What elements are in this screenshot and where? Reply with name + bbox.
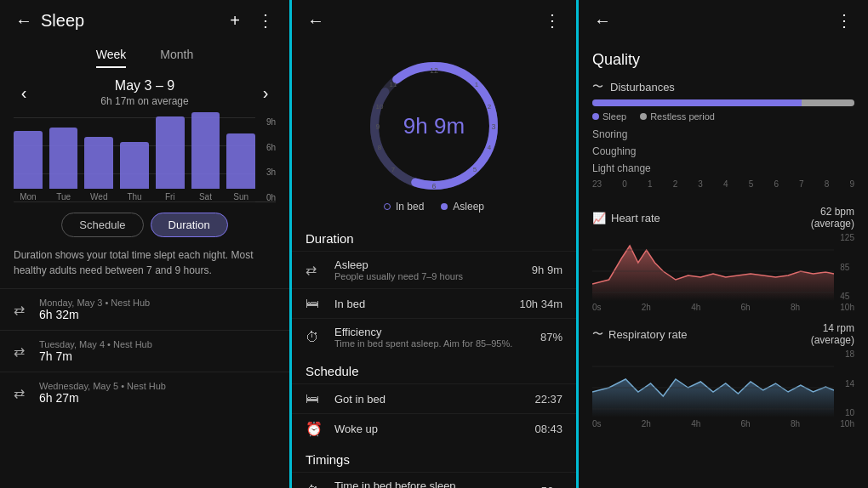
bar-item-sat: Sat — [191, 112, 220, 201]
legend-restless: Restless period — [640, 111, 715, 122]
clock-value: 9h 9m — [403, 113, 465, 139]
back-button-p2[interactable]: ← — [306, 10, 326, 31]
detail-row-sub: Time in bed spent asleep. Aim for 85–95%… — [334, 338, 540, 349]
timings-rows: ⏱ Time in bed before sleep Fell asleep a… — [292, 472, 576, 488]
schedule-rows-row-1: ⏰ Woke up 08:43 — [292, 413, 576, 444]
bar-chart-area: MonTueWedThuFriSatSun 9h 6h 3h 0h — [0, 107, 289, 202]
panel-sleep-week: ← Sleep + ⋮ Week Month ‹ May 3 – 9 6h 17… — [0, 0, 289, 488]
respiratory-section: 〜 Respiratory rate 14 rpm (average) — [579, 319, 868, 432]
detail-row-value: 22:37 — [534, 393, 562, 406]
bar-label-thu: Thu — [127, 192, 141, 201]
resp-icon: 〜 — [592, 326, 603, 342]
svg-text:1: 1 — [475, 81, 479, 88]
svg-text:9: 9 — [375, 122, 380, 131]
duration-button[interactable]: Duration — [151, 213, 228, 237]
disturbances-legend: Sleep Restless period — [592, 111, 854, 122]
bar-label-sun: Sun — [233, 192, 248, 201]
svg-text:5: 5 — [473, 166, 477, 173]
panel3-header: ← ⋮ — [579, 0, 868, 41]
detail-row-value: 10h 34m — [519, 298, 562, 310]
detail-row-value: 08:43 — [534, 423, 562, 435]
back-button-p3[interactable]: ← — [592, 10, 613, 31]
bar-label-fri: Fri — [165, 192, 175, 201]
resp-x-4: 4h — [691, 419, 700, 428]
hr-avg: (average) — [811, 218, 854, 230]
bar-fri — [156, 116, 185, 189]
sleep-entry-2[interactable]: ⇄ Wednesday, May 5 • Nest Hub 6h 27m — [0, 372, 289, 413]
detail-row-body: Time in bed before sleep Fell asleep at … — [334, 479, 541, 488]
hr-y-labels: 125 85 45 — [840, 233, 854, 301]
bar-item-mon: Mon — [14, 131, 43, 201]
resp-avg: (average) — [811, 334, 854, 346]
clock-legend: In bed Asleep — [292, 201, 576, 223]
add-button-p1[interactable]: + — [225, 10, 245, 31]
svg-text:10: 10 — [376, 103, 384, 111]
timings-rows-row-0: ⏱ Time in bed before sleep Fell asleep a… — [292, 472, 576, 488]
panel3-scroll: Quality 〜 Disturbances Sleep Restless pe… — [579, 41, 868, 488]
more-button-p1[interactable]: ⋮ — [255, 10, 276, 31]
resp-title: 〜 Respiratory rate — [592, 322, 687, 346]
timeline-label-10: 9 — [849, 179, 854, 189]
more-button-p3[interactable]: ⋮ — [834, 10, 854, 31]
restless-legend-dot — [640, 113, 647, 120]
resp-value: 14 rpm (average) — [811, 322, 854, 346]
svg-text:6: 6 — [431, 182, 436, 190]
dist-item-0: Snoring — [592, 127, 854, 142]
panel1-header: ← Sleep + ⋮ — [0, 0, 289, 41]
hr-x-0: 0s — [592, 303, 602, 312]
resp-x-0: 0s — [592, 419, 602, 428]
tab-week[interactable]: Week — [96, 48, 127, 68]
duration-rows-row-0: ⇄ Asleep People usually need 7–9 hours 9… — [292, 251, 576, 288]
bar-item-fri: Fri — [156, 116, 185, 201]
detail-row-icon: ⏱ — [306, 330, 326, 345]
resp-rpm: 14 rpm — [811, 322, 854, 334]
tabs-container: Week Month — [0, 41, 289, 68]
sleep-entry-value: 6h 27m — [39, 391, 276, 405]
back-button-p1[interactable]: ← — [14, 10, 34, 31]
sleep-entry-0[interactable]: ⇄ Monday, May 3 • Nest Hub 6h 32m — [0, 288, 289, 330]
detail-row-title: Woke up — [334, 423, 534, 435]
hr-y-125: 125 — [840, 233, 854, 242]
date-sub: 6h 17m on average — [100, 95, 188, 107]
sleep-entry-1[interactable]: ⇄ Tuesday, May 4 • Nest Hub 7h 7m — [0, 330, 289, 372]
sleep-entry-info: Tuesday, May 4 • Nest Hub 7h 7m — [39, 339, 276, 363]
timings-section-header: Timings — [292, 444, 576, 472]
next-date-button[interactable]: › — [255, 82, 276, 103]
restless-legend-label: Restless period — [650, 111, 715, 122]
duration-rows: ⇄ Asleep People usually need 7–9 hours 9… — [292, 251, 576, 355]
hr-chart: 125 85 45 — [592, 233, 854, 301]
y-label-6h: 6h — [266, 143, 276, 152]
panel1-scroll: Week Month ‹ May 3 – 9 6h 17m on average… — [0, 41, 289, 488]
detail-row-body: Got in bed — [334, 393, 534, 406]
detail-row-body: Asleep People usually need 7–9 hours — [334, 258, 532, 281]
panel1-title: Sleep — [41, 11, 225, 31]
schedule-button[interactable]: Schedule — [61, 213, 143, 237]
timeline-label-5: 4 — [723, 179, 728, 189]
schedule-rows-row-0: 🛏 Got in bed 22:37 — [292, 383, 576, 413]
bar-chart: MonTueWedThuFriSatSun — [14, 117, 276, 202]
tab-month[interactable]: Month — [160, 48, 193, 68]
disturbances-title: 〜 Disturbances — [592, 79, 854, 94]
dist-item-1: Coughing — [592, 144, 854, 159]
svg-text:11: 11 — [390, 81, 397, 88]
timeline-label-2: 1 — [648, 179, 653, 189]
prev-date-button[interactable]: ‹ — [14, 82, 34, 103]
sleep-entry-value: 7h 7m — [39, 349, 276, 363]
sleep-bar-segment — [592, 99, 802, 106]
more-button-p2[interactable]: ⋮ — [542, 10, 562, 31]
detail-row-body: Efficiency Time in bed spent asleep. Aim… — [334, 326, 540, 349]
sleep-entry-info: Wednesday, May 5 • Nest Hub 6h 27m — [39, 381, 276, 405]
hr-y-45: 45 — [840, 292, 854, 301]
sleep-entry-day: Wednesday, May 5 • Nest Hub — [39, 381, 276, 391]
y-label-9h: 9h — [266, 117, 276, 127]
hr-icon: 📈 — [592, 212, 606, 224]
hr-x-8: 8h — [791, 303, 800, 312]
asleep-dot — [441, 203, 448, 210]
svg-text:12: 12 — [430, 66, 438, 75]
dist-item-2: Light change — [592, 161, 854, 176]
y-label-0h: 0h — [266, 193, 276, 202]
legend-asleep: Asleep — [441, 201, 484, 213]
disturbances-list: SnoringCoughingLight change — [592, 127, 854, 176]
hr-y-85: 85 — [840, 263, 854, 272]
resp-y-18: 18 — [845, 349, 854, 359]
